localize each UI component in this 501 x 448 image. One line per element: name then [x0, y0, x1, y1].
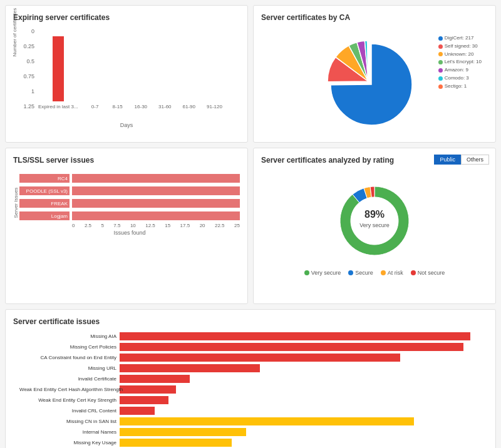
ca-pie-chart	[324, 31, 425, 131]
tls-x-tick: 15	[165, 223, 170, 228]
issues-bar	[120, 396, 168, 404]
issues-bar-row: Weak End Entity Cert Key Strength	[120, 396, 488, 404]
tls-x-tick: 22.5	[215, 223, 225, 228]
pie-legend-dot	[438, 44, 443, 49]
ca-legend: DigiCert: 217Self signed: 30Unknown: 20L…	[438, 34, 482, 91]
pie-legend-item: Let's Encrypt: 10	[438, 58, 482, 66]
tls-bar-row: POODLE (SSL v3)	[19, 186, 240, 195]
exp-bar-group: 61-90	[183, 101, 195, 109]
issues-bar	[120, 417, 414, 425]
exp-bar	[53, 36, 64, 101]
issues-bar	[120, 375, 190, 383]
tls-title: TLS/SSL server issues	[13, 156, 240, 165]
tls-bar-row: RC4	[19, 174, 240, 183]
issues-bar	[120, 332, 470, 340]
donut-legend: Very secureSecureAt riskNot secure	[304, 270, 445, 276]
issues-bar-label: Weak End Entity Cert Hash Algorithm Stre…	[19, 385, 116, 394]
rating-tab[interactable]: Public	[434, 155, 461, 165]
issues-bar-label: Weak End Entity Cert Key Strength	[19, 396, 116, 404]
issues-bar-label: Missing Key Usage	[19, 439, 116, 447]
issues-bar-row: Invalid Certificate	[120, 375, 488, 383]
pie-legend-dot	[438, 76, 443, 81]
donut-legend-dot	[304, 270, 309, 275]
issues-bar-row: Invalid CRL Content	[120, 407, 488, 415]
pie-legend-item: Sectigo: 1	[438, 83, 482, 91]
issues-bar-label: Internal Names	[19, 428, 116, 436]
issues-bar	[120, 364, 260, 372]
dashboard: Expiring server certificates 1.25 1 0.75…	[5, 5, 496, 448]
tls-bar-track	[72, 199, 240, 208]
donut-legend-label: Very secure	[311, 270, 341, 276]
issues-bar-row: Missing URL	[120, 364, 488, 372]
ca-title: Server certificates by CA	[261, 13, 488, 22]
issues-bars-wrapper: Missing AIAMissing Cert PoliciesCA Const…	[19, 332, 488, 448]
expiring-panel: Expiring server certificates 1.25 1 0.75…	[5, 5, 248, 143]
issues-bar-row: Missing CN in SAN list	[120, 417, 488, 425]
exp-bar-label: 61-90	[183, 104, 195, 109]
tls-bar-track	[72, 186, 240, 195]
issues-bar-label: Invalid Certificate	[19, 375, 116, 383]
issues-chart: Missing AIAMissing Cert PoliciesCA Const…	[13, 332, 488, 448]
exp-bar-group: 16-30	[135, 101, 147, 109]
tls-bar-row: FREAK	[19, 199, 240, 208]
exp-bar-group: 8-15	[112, 101, 123, 109]
tls-x-tick: 7.5	[113, 223, 120, 228]
tls-x-label: Issues found	[19, 230, 240, 236]
pie-legend-label: Sectigo: 1	[445, 83, 467, 91]
issues-bar-row: Missing Cert Policies	[120, 343, 488, 351]
tls-x-tick: 10	[130, 223, 136, 228]
exp-bar-group: 91-120	[207, 101, 222, 109]
pie-legend-label: Unknown: 20	[445, 51, 474, 59]
pie-legend-dot	[438, 84, 443, 89]
issues-bar-row: Weak End Entity Cert Hash Algorithm Stre…	[120, 385, 488, 394]
expiring-title: Expiring server certificates	[13, 13, 240, 22]
tls-x-ticks: 02.557.51012.51517.52022.525	[19, 223, 240, 228]
issues-bar	[120, 428, 246, 436]
tls-x-tick: 20	[200, 223, 205, 228]
tls-bar-label: RC4	[19, 174, 70, 183]
donut-legend-label: Not secure	[418, 270, 445, 276]
pie-legend-item: Unknown: 20	[438, 51, 482, 59]
tls-bar-label: POODLE (SSL v3)	[19, 186, 70, 195]
issues-bar	[120, 439, 232, 447]
tls-bar-track	[72, 174, 240, 183]
issues-bar-row: Missing AIA	[120, 332, 488, 340]
pie-legend-item: Amazon: 9	[438, 66, 482, 74]
ca-chart-container: DigiCert: 217Self signed: 30Unknown: 20L…	[261, 28, 488, 135]
exp-bar-label: 16-30	[135, 104, 147, 109]
issues-bars: Missing AIAMissing Cert PoliciesCA Const…	[19, 332, 488, 448]
expiring-y-label: Number of certificates	[12, 8, 18, 57]
expiring-chart-area: 1.25 1 0.75 0.5 0.25 0 Number of certifi…	[13, 28, 240, 128]
rating-panel: Server certificates analyzed by rating P…	[253, 148, 496, 304]
issues-bar-row: Internal Names	[120, 428, 488, 436]
tls-bar-track	[72, 211, 240, 220]
issues-bar-row: CA Constraint found on End Entity	[120, 354, 488, 362]
tls-x-tick: 0	[72, 223, 75, 228]
tls-y-label: Server Issues	[13, 188, 19, 218]
tls-chart: Server Issues RC4POODLE (SSL v3)FREAKLog…	[13, 171, 240, 296]
exp-bar-label: 31-60	[158, 104, 171, 109]
donut-legend-dot	[348, 270, 353, 275]
expiring-chart: 1.25 1 0.75 0.5 0.25 0 Number of certifi…	[13, 28, 240, 128]
rating-tab[interactable]: Others	[461, 155, 489, 165]
issues-title: Server certificate issues	[13, 317, 488, 326]
rating-tabs: PublicOthers	[434, 155, 489, 165]
exp-bar-group: Expired in last 3...	[38, 36, 78, 109]
issues-bar-label: Invalid CRL Content	[19, 407, 116, 415]
y-tick: 0	[31, 28, 34, 34]
donut-legend-item: Secure	[348, 270, 373, 276]
issues-bar-row: Missing Key Usage	[120, 439, 488, 447]
pie-legend-dot	[438, 60, 443, 64]
issues-bar-label: CA Constraint found on End Entity	[19, 354, 116, 362]
donut-legend-item: Very secure	[304, 270, 341, 276]
issues-bar-label: Missing Cert Policies	[19, 343, 116, 351]
issues-bar	[120, 385, 176, 394]
donut-container: 89%Very secure Very secureSecureAt riskN…	[261, 171, 488, 282]
issues-bar-label: Missing AIA	[19, 332, 116, 340]
y-tick: 0.25	[23, 43, 34, 49]
pie-legend-label: DigiCert: 217	[445, 34, 474, 43]
tls-x-tick: 17.5	[180, 223, 190, 228]
issues-bar-label: Missing CN in SAN list	[19, 417, 116, 425]
ca-panel: Server certificates by CA DigiCert: 217S…	[253, 5, 496, 143]
pie-legend-item: Comodo: 3	[438, 74, 482, 83]
